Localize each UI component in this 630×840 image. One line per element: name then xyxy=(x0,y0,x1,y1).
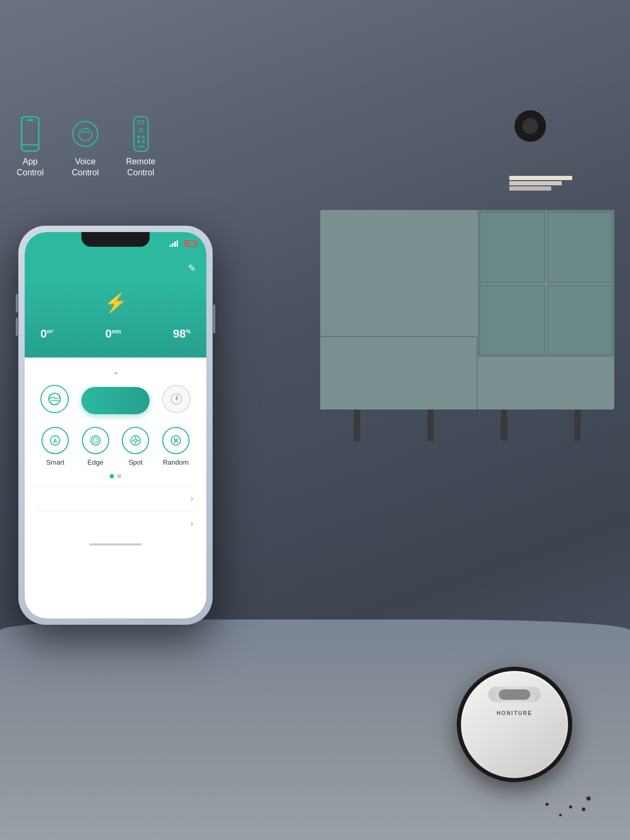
svg-point-23 xyxy=(134,439,137,442)
controls-area: ⌄ xyxy=(25,358,206,553)
cabinet-leg-2 xyxy=(427,410,434,441)
dot-active xyxy=(110,474,114,478)
map-button[interactable] xyxy=(40,385,69,416)
robot-body: HONITURE xyxy=(457,667,572,782)
mode-random[interactable]: Random xyxy=(162,427,190,466)
debris-4 xyxy=(559,814,562,816)
spot-svg xyxy=(130,435,141,446)
mode-smart[interactable]: A Smart xyxy=(41,427,69,466)
volume-down-button[interactable] xyxy=(16,318,18,336)
cabinet-legs xyxy=(320,410,614,441)
app-control-icon xyxy=(16,116,45,152)
svg-rect-9 xyxy=(137,140,140,143)
svg-point-3 xyxy=(73,121,98,146)
mode-edge[interactable]: Edge xyxy=(82,427,109,466)
smart-mode-label: Smart xyxy=(46,458,65,466)
control-methods-row: AppControl VoiceControl R xyxy=(16,116,155,178)
remote-control-label: RemoteControl xyxy=(126,156,155,178)
charge-icon xyxy=(162,385,191,413)
status-right xyxy=(170,240,196,247)
charging-status: ⚡ xyxy=(40,292,191,317)
page-dots xyxy=(35,474,196,478)
volume-up-button[interactable] xyxy=(16,294,18,312)
random-mode-icon xyxy=(162,427,190,454)
cabinet-cell-3 xyxy=(479,285,545,356)
svg-point-16 xyxy=(49,393,60,405)
smart-mode-icon: A xyxy=(41,427,69,454)
stat-value-time: 0min xyxy=(106,327,121,341)
robot-brand: HONITURE xyxy=(497,710,532,716)
more-row[interactable]: › xyxy=(35,511,196,536)
stat-value-area: 0m² xyxy=(40,327,53,341)
edit-button[interactable]: ✎ xyxy=(188,262,196,274)
mode-spot[interactable]: Spot xyxy=(122,427,149,466)
map-svg-icon xyxy=(48,392,61,406)
svg-rect-1 xyxy=(27,119,34,121)
book-3 xyxy=(509,186,551,191)
battery-fill xyxy=(186,242,188,245)
remote-control-icon xyxy=(127,116,155,152)
app-control-label: AppControl xyxy=(17,156,44,178)
cabinet-drawer xyxy=(320,336,478,410)
edge-mode-icon xyxy=(82,427,109,454)
debris-5 xyxy=(545,803,549,806)
power-button[interactable] xyxy=(213,304,215,333)
spot-mode-icon xyxy=(122,427,149,454)
home-indicator-area xyxy=(35,543,196,545)
debris-2 xyxy=(569,805,572,808)
phone-outer: ✎ ⚡ 0m² 0min xyxy=(18,226,213,625)
svg-rect-15 xyxy=(177,240,178,247)
control-method-app: AppControl xyxy=(16,116,45,178)
more-arrow-icon: › xyxy=(191,519,193,528)
robot-button xyxy=(499,689,530,700)
edge-mode-label: Edge xyxy=(88,458,103,466)
svg-rect-10 xyxy=(142,140,145,143)
random-svg xyxy=(170,435,182,446)
schedule-arrow-icon: › xyxy=(191,494,193,503)
battery-icon xyxy=(184,240,196,247)
dot-inactive xyxy=(117,474,121,478)
expand-handle[interactable]: ⌄ xyxy=(35,365,196,377)
cabinet-leg-3 xyxy=(501,410,507,441)
schedule-row[interactable]: › xyxy=(35,486,196,511)
smart-speaker xyxy=(514,110,546,142)
book-1 xyxy=(509,176,572,180)
edge-svg xyxy=(90,435,101,446)
charging-bolt-icon: ⚡ xyxy=(104,292,128,314)
svg-rect-12 xyxy=(170,245,171,247)
stat-cleaning-time: 0min xyxy=(106,327,121,342)
svg-rect-0 xyxy=(22,117,39,151)
charge-svg-icon xyxy=(170,393,183,405)
svg-rect-5 xyxy=(138,121,144,124)
phone-notch xyxy=(81,232,150,247)
mode-row: A Smart xyxy=(35,427,196,466)
svg-point-21 xyxy=(93,438,98,443)
phone-screen: ✎ ⚡ 0m² 0min xyxy=(25,232,206,618)
stat-battery: 98% xyxy=(173,327,191,342)
svg-text:A: A xyxy=(53,438,57,444)
debris-1 xyxy=(586,796,591,801)
cabinet-cell-2 xyxy=(547,212,613,283)
spot-mode-label: Spot xyxy=(129,458,143,466)
voice-control-label: VoiceControl xyxy=(72,156,99,178)
svg-rect-8 xyxy=(142,135,145,139)
on-button[interactable] xyxy=(81,387,150,414)
control-method-voice: VoiceControl xyxy=(71,116,100,178)
charge-button[interactable] xyxy=(162,385,191,416)
books xyxy=(509,176,572,191)
chevron-down-icon[interactable]: ⌄ xyxy=(112,365,120,377)
svg-rect-13 xyxy=(172,243,174,247)
stat-value-battery: 98% xyxy=(173,327,191,341)
smart-svg: A xyxy=(49,435,61,446)
svg-point-6 xyxy=(139,129,142,132)
cabinet-leg-1 xyxy=(354,410,360,441)
control-method-remote: RemoteControl xyxy=(126,116,155,178)
cabinet-leg-4 xyxy=(574,410,581,441)
nav-bar: ✎ xyxy=(25,255,206,281)
stats-row: 0m² 0min 98% xyxy=(40,327,191,342)
stat-cleaning-area: 0m² xyxy=(40,327,53,342)
svg-rect-14 xyxy=(174,242,176,247)
robot-top xyxy=(488,687,541,702)
cabinet xyxy=(320,147,614,410)
svg-point-20 xyxy=(91,436,100,445)
